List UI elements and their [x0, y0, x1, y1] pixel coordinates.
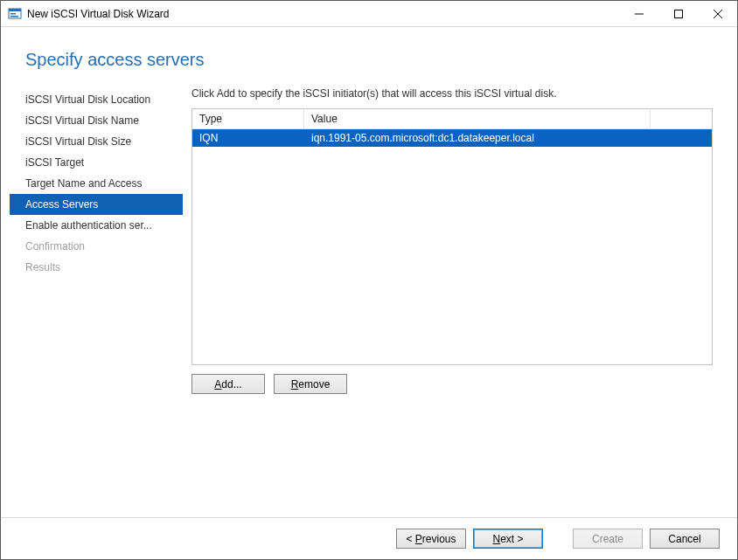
titlebar: New iSCSI Virtual Disk Wizard [1, 1, 737, 27]
step-target-name-access[interactable]: Target Name and Access [10, 173, 183, 194]
initiators-grid[interactable]: Type Value IQN iqn.1991-05.com.microsoft… [191, 108, 713, 365]
svg-rect-5 [674, 10, 682, 17]
wizard-window: New iSCSI Virtual Disk Wizard Specify ac… [0, 0, 738, 560]
next-button[interactable]: Next > [473, 529, 543, 549]
table-row[interactable]: IQN iqn.1991-05.com.microsoft:dc1.datake… [192, 129, 712, 147]
col-value[interactable]: Value [304, 109, 651, 128]
window-controls [619, 1, 737, 26]
step-access-servers[interactable]: Access Servers [10, 194, 183, 215]
close-button[interactable] [698, 1, 737, 26]
add-button[interactable]: Add... [191, 374, 265, 394]
maximize-button[interactable] [658, 1, 698, 26]
create-button: Create [573, 529, 643, 549]
grid-actions: Add... Remove [191, 374, 713, 394]
main-panel: Click Add to specify the iSCSI initiator… [183, 86, 737, 517]
close-icon [714, 10, 722, 18]
step-results: Results [10, 257, 183, 278]
title-left: New iSCSI Virtual Disk Wizard [8, 7, 169, 21]
maximize-icon [674, 10, 683, 18]
step-enable-auth[interactable]: Enable authentication ser... [10, 215, 183, 236]
cancel-button[interactable]: Cancel [650, 529, 720, 549]
footer: < Previous Next > Create Cancel [1, 517, 737, 559]
window-title: New iSCSI Virtual Disk Wizard [27, 8, 169, 20]
step-iscsi-location[interactable]: iSCSI Virtual Disk Location [10, 89, 183, 110]
app-icon [8, 7, 22, 21]
instruction-text: Click Add to specify the iSCSI initiator… [191, 87, 713, 100]
minimize-icon [635, 10, 644, 18]
body: iSCSI Virtual Disk Location iSCSI Virtua… [1, 86, 737, 517]
svg-rect-1 [9, 9, 21, 11]
content-area: Specify access servers iSCSI Virtual Dis… [1, 27, 737, 559]
grid-body: IQN iqn.1991-05.com.microsoft:dc1.datake… [192, 129, 712, 364]
step-iscsi-target[interactable]: iSCSI Target [10, 152, 183, 173]
col-spacer [651, 109, 712, 128]
step-confirmation: Confirmation [10, 236, 183, 257]
previous-button[interactable]: < Previous [396, 529, 466, 549]
step-sidebar: iSCSI Virtual Disk Location iSCSI Virtua… [1, 86, 183, 517]
cell-value: iqn.1991-05.com.microsoft:dc1.datakeeper… [304, 129, 712, 147]
step-iscsi-name[interactable]: iSCSI Virtual Disk Name [10, 110, 183, 131]
svg-rect-3 [10, 16, 18, 17]
col-type[interactable]: Type [192, 109, 304, 128]
cell-type: IQN [192, 129, 304, 147]
svg-rect-2 [10, 13, 16, 15]
page-heading: Specify access servers [1, 27, 737, 86]
step-iscsi-size[interactable]: iSCSI Virtual Disk Size [10, 131, 183, 152]
grid-header: Type Value [192, 109, 712, 129]
remove-button[interactable]: Remove [274, 374, 347, 394]
minimize-button[interactable] [619, 1, 658, 26]
